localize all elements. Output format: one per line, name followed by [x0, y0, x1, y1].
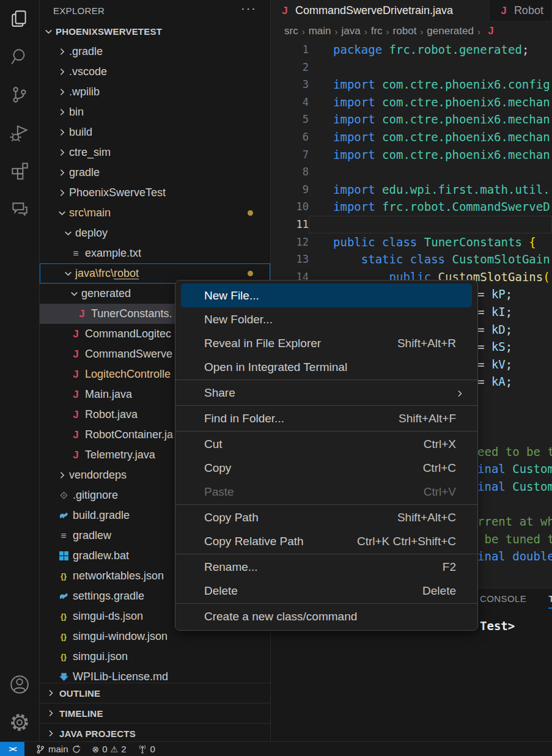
tree-item-gradle[interactable]: .gradle: [40, 42, 270, 62]
menu-item-open-in-integrated-terminal[interactable]: Open in Integrated Terminal: [181, 355, 472, 379]
tree-item-wpilib[interactable]: .wpilib: [40, 82, 270, 102]
breadcrumb-separator: ›: [477, 26, 480, 37]
menu-item-share[interactable]: Share: [181, 381, 472, 405]
sidebar-title: EXPLORER: [40, 6, 105, 16]
json-file-icon: {}: [58, 631, 69, 643]
terminal-prompt[interactable]: Test>: [480, 619, 515, 633]
tree-item-phoenixswervetest[interactable]: PHOENIXSWERVETEST: [40, 21, 270, 42]
menu-item-new-file[interactable]: New File...: [181, 284, 472, 307]
settings-gear-icon[interactable]: [0, 703, 40, 741]
breadcrumb-item-java[interactable]: java: [342, 25, 361, 37]
broadcast-status[interactable]: 0: [138, 744, 155, 754]
menu-item-create-a-new-class-command[interactable]: Create a new class/command: [181, 604, 472, 628]
extensions-icon[interactable]: [0, 152, 40, 189]
editor-tab-strip: JCommandSwerveDrivetrain.javaJRobot: [271, 0, 552, 21]
tree-item-ctre-sim[interactable]: ctre_sim: [40, 142, 270, 163]
warning-icon: ⚠: [111, 744, 119, 754]
java-file-icon: J: [498, 5, 509, 17]
menu-separator: [175, 431, 477, 431]
source-control-icon[interactable]: [0, 76, 40, 114]
breadcrumb-item-robot[interactable]: robot: [393, 25, 417, 37]
tab-robot[interactable]: JRobot: [490, 0, 552, 21]
tree-item-deploy[interactable]: deploy: [40, 223, 270, 243]
menu-item-shortcut: Shift+Alt+R: [397, 337, 456, 350]
menu-item-cut[interactable]: CutCtrl+X: [181, 432, 472, 456]
chevron-right-icon: [57, 127, 67, 138]
more-actions-icon[interactable]: ···: [241, 1, 257, 15]
sidebar-header: EXPLORER ···: [40, 0, 270, 21]
tree-item-label: Robot.java: [85, 408, 138, 421]
breadcrumb-separator: ›: [302, 26, 305, 37]
tab-commandswervedrivetrain-java[interactable]: JCommandSwerveDrivetrain.java: [271, 0, 490, 21]
menu-item-find-in-folder[interactable]: Find in Folder...Shift+Alt+F: [181, 406, 472, 430]
tree-item-label: .gradle: [69, 45, 103, 58]
menu-separator: [175, 504, 477, 505]
section-java-projects[interactable]: JAVA PROJECTS: [40, 723, 270, 741]
tree-item-bin[interactable]: bin: [40, 102, 270, 122]
code-line-7: 7import com.ctre.phoenix6.mechan: [271, 146, 552, 164]
remote-indicator[interactable]: ><: [0, 742, 24, 756]
code-line-13: 13 static class CustomSlotGain: [271, 251, 552, 268]
breadcrumb-separator: ›: [364, 26, 367, 37]
run-debug-icon[interactable]: [0, 114, 40, 152]
java-file-icon: J: [279, 5, 290, 17]
menu-item-new-folder[interactable]: New Folder...: [181, 307, 472, 331]
problems-status[interactable]: ⊗ 0 ⚠ 2: [92, 744, 127, 754]
code-line-5: 5import com.ctre.phoenix6.mechan: [271, 111, 552, 128]
panel-tab-t[interactable]: T: [548, 593, 552, 609]
tree-item-label: simgui.json: [73, 650, 128, 663]
explorer-icon[interactable]: [0, 0, 40, 38]
tab-label: Robot: [514, 4, 543, 17]
menu-item-delete[interactable]: DeleteDelete: [181, 579, 472, 603]
search-icon[interactable]: [0, 38, 40, 76]
tree-item-src-main[interactable]: src\main: [40, 203, 270, 223]
line-number: 6: [271, 128, 309, 146]
tree-item-example-txt[interactable]: ≡example.txt: [40, 243, 270, 263]
menu-item-copy[interactable]: CopyCtrl+C: [181, 456, 472, 480]
line-number: 1: [271, 41, 309, 59]
warning-count: 2: [121, 744, 126, 754]
breadcrumb-item-frc[interactable]: frc: [371, 25, 383, 37]
menu-item-copy-path[interactable]: Copy PathShift+Alt+C: [181, 505, 472, 529]
tree-item-build[interactable]: build: [40, 122, 270, 142]
menu-item-rename[interactable]: Rename...F2: [181, 555, 472, 579]
tree-item-vscode[interactable]: .vscode: [40, 62, 270, 82]
java-file-icon: J: [70, 389, 81, 401]
breadcrumb-item-generated[interactable]: generated: [427, 25, 474, 37]
line-number: 10: [271, 198, 309, 216]
breadcrumb[interactable]: src›main›java›frc›robot›generated›J: [271, 21, 552, 41]
code-line-3: 3import com.ctre.phoenix6.config: [271, 76, 552, 94]
tree-item-gradle[interactable]: gradle: [40, 163, 270, 183]
section-timeline[interactable]: TIMELINE: [40, 703, 270, 723]
menu-separator: [175, 603, 477, 604]
menu-item-label: Copy: [204, 461, 423, 475]
tree-item-phoenixswervetest[interactable]: PhoenixSwerveTest: [40, 183, 270, 203]
line-number: 11: [271, 216, 309, 233]
chat-icon[interactable]: [0, 189, 40, 227]
menu-item-reveal-in-file-explorer[interactable]: Reveal in File ExplorerShift+Alt+R: [181, 331, 472, 355]
json-file-icon: {}: [58, 651, 69, 663]
error-count: 0: [102, 744, 107, 754]
chevron-right-icon: [57, 67, 67, 77]
code-line-4: 4import com.ctre.phoenix6.mechan: [271, 94, 552, 111]
breadcrumb-item-src[interactable]: src: [284, 25, 298, 37]
panel-tab-strip: CONSOLET: [480, 593, 552, 609]
gradle-file-icon: [58, 510, 69, 522]
section-outline[interactable]: OUTLINE: [40, 683, 270, 703]
tree-item-label: .gitignore: [73, 489, 118, 502]
menu-item-copy-relative-path[interactable]: Copy Relative PathCtrl+K Ctrl+Shift+C: [181, 529, 472, 553]
tree-item-simgui-json[interactable]: {}simgui.json: [40, 647, 270, 667]
branch-name: main: [48, 744, 68, 754]
tree-item-label: Main.java: [85, 388, 132, 401]
chevron-right-icon: [57, 188, 67, 198]
line-number: 12: [271, 233, 309, 251]
menu-item-shortcut: Shift+Alt+F: [399, 412, 456, 425]
line-number: 13: [271, 251, 309, 268]
account-icon[interactable]: [0, 666, 40, 703]
breadcrumb-item-main[interactable]: main: [309, 25, 331, 37]
panel-tab-console[interactable]: CONSOLE: [480, 593, 526, 609]
chevron-right-icon: [57, 87, 67, 97]
tree-item-label: .vscode: [69, 65, 107, 78]
chevron-right-icon: [57, 46, 67, 57]
branch-status[interactable]: main: [35, 744, 81, 754]
